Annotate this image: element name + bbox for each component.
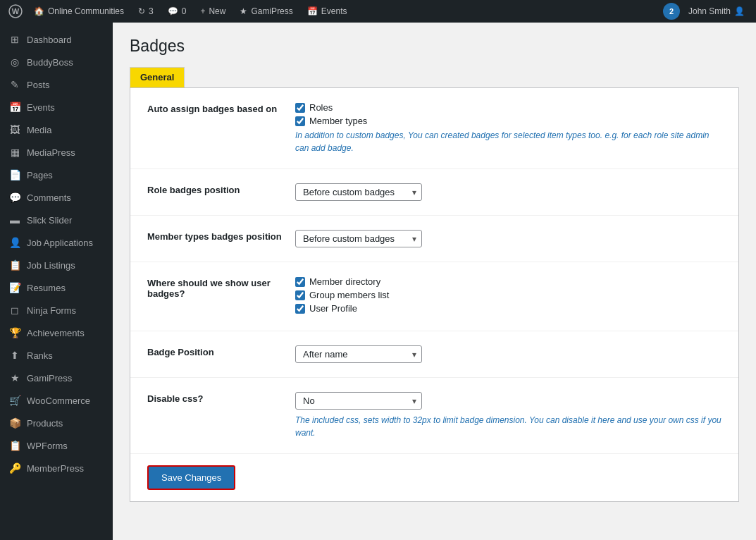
slick-slider-icon: ▬ [8,214,21,226]
sidebar-item-media[interactable]: 🖼 Media [0,118,113,141]
job-listings-icon: 📋 [8,259,21,271]
achievements-icon: 🏆 [8,326,21,339]
topbar-gamipress[interactable]: ★ GamiPress [234,6,298,16]
ranks-icon: ⬆ [8,349,21,362]
sidebar-item-buddyboss[interactable]: ◎ BuddyBoss [0,51,113,73]
sidebar-item-memberpress[interactable]: 🔑 MemberPress [0,457,113,479]
disable-css-select[interactable]: No Yes [295,392,422,410]
ninja-forms-icon: ◻ [8,304,21,317]
sidebar-item-mediapress[interactable]: ▦ MediaPress [0,141,113,164]
topbar-updates[interactable]: ↻ 3 [132,6,159,16]
sidebar-item-ninja-forms[interactable]: ◻ Ninja Forms [0,299,113,321]
wpforms-icon: 📋 [8,439,21,452]
media-icon: 🖼 [8,123,21,136]
member-directory-label[interactable]: Member directory [309,276,380,287]
user-profile-label[interactable]: User Profile [309,303,357,314]
sidebar-item-posts[interactable]: ✎ Posts [0,73,113,96]
comments-icon: 💬 [168,6,178,16]
topbar: W 🏠 Online Communities ↻ 3 💬 0 + New ★ G… [0,0,756,23]
member-types-checkbox-row: Member types [295,116,721,126]
tabs: General [130,67,739,87]
woocommerce-icon: 🛒 [8,394,21,407]
group-members-checkbox[interactable] [295,290,305,300]
topbar-user[interactable]: John Smith 👤 [683,6,750,16]
member-types-checkbox[interactable] [295,116,305,126]
roles-label[interactable]: Roles [309,102,333,113]
member-types-badges-position-label: Member types badges position [147,230,295,242]
sidebar-item-achievements[interactable]: 🏆 Achievements [0,321,113,344]
topbar-comments[interactable]: 💬 0 [162,6,192,16]
member-types-label[interactable]: Member types [309,116,367,126]
member-types-badges-position-select[interactable]: Before custom badges After custom badges [295,230,422,247]
job-applications-icon: 👤 [8,236,21,249]
sidebar-item-products[interactable]: 📦 Products [0,412,113,434]
disable-css-select-wrap: No Yes [295,392,422,410]
auto-assign-control: Roles Member types In addition to custom… [295,102,721,154]
member-types-badges-position-row: Member types badges position Before cust… [130,216,738,262]
member-types-badges-position-select-wrap: Before custom badges After custom badges [295,230,422,247]
sidebar-item-resumes[interactable]: 📝 Resumes [0,276,113,299]
sidebar-item-wpforms[interactable]: 📋 WPForms [0,434,113,457]
auto-assign-label: Auto assign badges based on [147,102,295,114]
user-profile-checkbox-row: User Profile [295,303,721,314]
show-badges-label: Where should we show user badges? [147,276,295,299]
memberpress-icon: 🔑 [8,462,21,474]
badge-position-control: After name Before name [295,345,721,363]
group-members-checkbox-row: Group members list [295,290,721,300]
badge-position-select-wrap: After name Before name [295,345,422,363]
tab-general[interactable]: General [130,67,185,87]
save-button[interactable]: Save Changes [147,465,235,490]
settings-panel: Auto assign badges based on Roles Member… [130,87,739,502]
member-directory-checkbox-row: Member directory [295,276,721,287]
sidebar-item-slick-slider[interactable]: ▬ Slick Slider [0,209,113,231]
roles-checkbox-row: Roles [295,102,721,113]
disable-css-label: Disable css? [147,392,295,404]
topbar-events[interactable]: 📅 Events [302,6,353,16]
auto-assign-row: Auto assign badges based on Roles Member… [130,88,738,169]
topbar-site[interactable]: 🏠 Online Communities [28,6,130,16]
disable-css-control: No Yes The included css, sets width to 3… [295,392,721,439]
gamipress-icon: ★ [240,6,247,16]
sidebar-item-job-listings[interactable]: 📋 Job Listings [0,254,113,276]
user-avatar: 👤 [734,6,745,16]
comments-icon: 💬 [8,191,21,204]
gamipress-icon: ★ [8,372,21,384]
save-section: Save Changes [130,454,738,501]
dashboard-icon: ⊞ [8,33,21,46]
member-types-badges-position-control: Before custom badges After custom badges [295,230,721,247]
sidebar-item-woocommerce[interactable]: 🛒 WooCommerce [0,389,113,412]
events-icon: 📅 [307,6,318,16]
updates-icon: ↻ [138,6,145,16]
role-badges-position-row: Role badges position Before custom badge… [130,169,738,216]
sidebar-item-gamipress[interactable]: ★ GamiPress [0,367,113,389]
page-title: Badges [130,37,739,56]
events-icon: 📅 [8,101,21,113]
sidebar-item-dashboard[interactable]: ⊞ Dashboard [0,28,113,51]
show-badges-row: Where should we show user badges? Member… [130,262,738,331]
role-badges-position-label: Role badges position [147,183,295,195]
badge-position-select[interactable]: After name Before name [295,345,422,363]
sidebar-item-ranks[interactable]: ⬆ Ranks [0,344,113,367]
member-directory-checkbox[interactable] [295,277,305,287]
topbar-user-area: 2 John Smith 👤 [663,3,750,20]
user-profile-checkbox[interactable] [295,304,305,314]
products-icon: 📦 [8,417,21,429]
role-badges-position-control: Before custom badges After custom badges [295,183,721,201]
posts-icon: ✎ [8,78,21,91]
buddyboss-icon: ◎ [8,56,21,68]
roles-checkbox[interactable] [295,103,305,113]
badge-position-label: Badge Position [147,345,295,357]
badge-position-row: Badge Position After name Before name [130,331,738,378]
wp-logo[interactable]: W [6,1,25,21]
topbar-new[interactable]: + New [194,6,231,16]
sidebar-item-pages[interactable]: 📄 Pages [0,164,113,186]
role-badges-position-select[interactable]: Before custom badges After custom badges [295,183,422,201]
pages-icon: 📄 [8,168,21,181]
user-notification-badge: 2 [663,3,680,20]
sidebar-item-events[interactable]: 📅 Events [0,96,113,118]
main-layout: ⊞ Dashboard ◎ BuddyBoss ✎ Posts 📅 Events… [0,23,756,540]
disable-css-info: The included css, sets width to 32px to … [295,414,721,439]
sidebar-item-job-applications[interactable]: 👤 Job Applications [0,231,113,254]
group-members-label[interactable]: Group members list [309,290,389,300]
sidebar-item-comments[interactable]: 💬 Comments [0,186,113,209]
